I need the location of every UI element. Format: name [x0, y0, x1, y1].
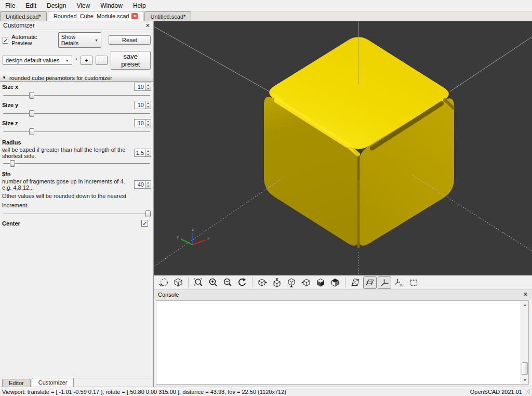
- scroll-up-icon[interactable]: ▲: [521, 301, 529, 309]
- fn-slider[interactable]: [2, 210, 151, 218]
- menu-edit[interactable]: Edit: [20, 1, 42, 11]
- slider-groove: [3, 214, 150, 214]
- tab-editor[interactable]: Editor: [2, 379, 31, 387]
- save-preset-button[interactable]: save preset: [111, 51, 151, 70]
- radius-value[interactable]: 1.5: [134, 149, 145, 157]
- perspective-button[interactable]: [349, 276, 362, 289]
- slider-handle[interactable]: [10, 160, 15, 167]
- tab-close-icon[interactable]: ✕: [131, 13, 138, 19]
- reset-view-button[interactable]: [235, 276, 249, 289]
- view-bottom-button[interactable]: [285, 276, 298, 289]
- tab-untitled-2[interactable]: Untitled.scad*: [144, 11, 191, 21]
- show-scale-markers-icon: 10: [394, 278, 404, 288]
- param-center: Center ✓: [2, 219, 151, 227]
- param-label: Radius: [2, 138, 21, 146]
- spinner-arrows-icon[interactable]: ▲▼: [145, 101, 151, 109]
- slider-groove: [3, 113, 150, 114]
- size-y-slider[interactable]: [2, 110, 151, 117]
- customizer-controls-row-2: design default values ▼ * + - save prese…: [0, 49, 153, 71]
- spinner-arrows-icon[interactable]: ▲▼: [145, 119, 151, 127]
- scrollbar-thumb[interactable]: [522, 362, 528, 375]
- menu-help[interactable]: Help: [128, 1, 151, 11]
- slider-handle[interactable]: [145, 210, 151, 217]
- view-back-button[interactable]: [328, 276, 342, 289]
- toolbar-separator: [188, 278, 189, 288]
- size-x-spinbox[interactable]: 10 ▲▼: [134, 83, 151, 91]
- spinner-arrows-icon[interactable]: ▲▼: [145, 149, 151, 157]
- zoom-all-button[interactable]: [192, 276, 205, 289]
- spinner-arrows-icon[interactable]: ▲▼: [145, 83, 151, 91]
- size-x-value[interactable]: 10: [134, 83, 145, 91]
- fn-value[interactable]: 40: [134, 180, 145, 189]
- axis-label-x: x: [207, 236, 209, 241]
- reset-button[interactable]: Reset: [109, 35, 151, 45]
- customizer-title: Customizer: [3, 22, 35, 29]
- menu-design[interactable]: Design: [42, 1, 71, 11]
- panel-tab-bar: Editor Customizer: [0, 378, 153, 387]
- customizer-controls-row-1: ✓ Automatic Preview Show Details ▼ Reset: [0, 30, 153, 49]
- radius-slider[interactable]: [2, 160, 151, 167]
- console-output[interactable]: ▲ ▼: [156, 300, 529, 385]
- zoom-out-button[interactable]: [221, 276, 234, 289]
- menu-view[interactable]: View: [71, 1, 95, 11]
- slider-handle[interactable]: [29, 110, 34, 117]
- size-z-slider[interactable]: [2, 128, 151, 136]
- size-y-spinbox[interactable]: 10 ▲▼: [134, 101, 151, 109]
- preset-dropdown[interactable]: design default values ▼: [3, 56, 72, 65]
- console-close-icon[interactable]: ✕: [523, 291, 528, 298]
- toolbar-separator: [252, 278, 252, 288]
- spinner-arrows-icon[interactable]: ▲▼: [145, 180, 151, 189]
- viewport-canvas[interactable]: z y x: [154, 21, 532, 275]
- preview-icon: [158, 278, 169, 288]
- show-scale-markers-button[interactable]: 10: [392, 276, 406, 289]
- view-back-icon: [330, 278, 340, 288]
- size-x-slider[interactable]: [2, 91, 151, 99]
- center-checkbox[interactable]: ✓: [141, 220, 148, 227]
- show-details-dropdown[interactable]: Show Details ▼: [58, 32, 101, 48]
- parameter-group-header[interactable]: ▼ rounded cube peramotors for customizer: [0, 74, 153, 82]
- viewport-status-text: Viewport: translate = [ -1.01 -0.59 0.17…: [2, 389, 286, 395]
- close-icon[interactable]: ✕: [145, 22, 150, 29]
- scroll-down-icon[interactable]: ▼: [521, 376, 529, 384]
- automatic-preview-checkbox[interactable]: ✓: [3, 37, 8, 44]
- parameter-list: Size x 10 ▲▼ Size y 10 ▲▼: [0, 82, 153, 227]
- menu-file[interactable]: File: [0, 1, 20, 11]
- show-axes-button[interactable]: [378, 276, 391, 289]
- param-size-y: Size y 10 ▲▼: [2, 101, 151, 117]
- perspective-icon: [350, 278, 361, 288]
- view-top-button[interactable]: [270, 276, 284, 289]
- zoom-in-button[interactable]: [206, 276, 220, 289]
- param-label: Size x: [2, 83, 18, 90]
- view-right-button[interactable]: [256, 276, 269, 289]
- tab-customizer[interactable]: Customizer: [32, 378, 74, 387]
- viewport-3d[interactable]: z y x: [154, 21, 532, 275]
- add-preset-button[interactable]: +: [81, 56, 92, 65]
- view-front-button[interactable]: [314, 276, 327, 289]
- radius-spinbox[interactable]: 1.5 ▲▼: [134, 149, 151, 157]
- render-button[interactable]: [171, 276, 185, 289]
- view-all-button[interactable]: [407, 276, 420, 289]
- tab-label: Rounded_Cube_Module.scad: [54, 13, 129, 19]
- size-z-value[interactable]: 10: [134, 119, 145, 127]
- remove-preset-button[interactable]: -: [96, 56, 108, 65]
- fn-spinbox[interactable]: 40 ▲▼: [134, 180, 151, 189]
- view-bottom-icon: [286, 278, 297, 288]
- tab-label: Customizer: [38, 379, 68, 386]
- tab-untitled-1[interactable]: Untitled.scad*: [0, 11, 47, 21]
- orthogonal-button[interactable]: [363, 276, 377, 289]
- size-z-spinbox[interactable]: 10 ▲▼: [134, 119, 151, 127]
- slider-handle[interactable]: [29, 128, 34, 135]
- tab-rounded-cube-module[interactable]: Rounded_Cube_Module.scad ✕: [48, 11, 144, 21]
- param-description-2: Other values will be rounded down to the…: [2, 193, 126, 208]
- tab-label: Editor: [9, 380, 24, 386]
- resize-grip[interactable]: [525, 389, 530, 394]
- console-title: Console: [158, 292, 179, 298]
- axis-indicator: z y x: [177, 227, 209, 245]
- console-scrollbar[interactable]: ▲ ▼: [521, 301, 528, 384]
- menu-window[interactable]: Window: [95, 1, 128, 11]
- size-y-value[interactable]: 10: [134, 101, 145, 109]
- axis-label-z: z: [192, 227, 194, 232]
- view-left-button[interactable]: [299, 276, 313, 289]
- preview-button[interactable]: [157, 276, 170, 289]
- slider-handle[interactable]: [29, 92, 34, 99]
